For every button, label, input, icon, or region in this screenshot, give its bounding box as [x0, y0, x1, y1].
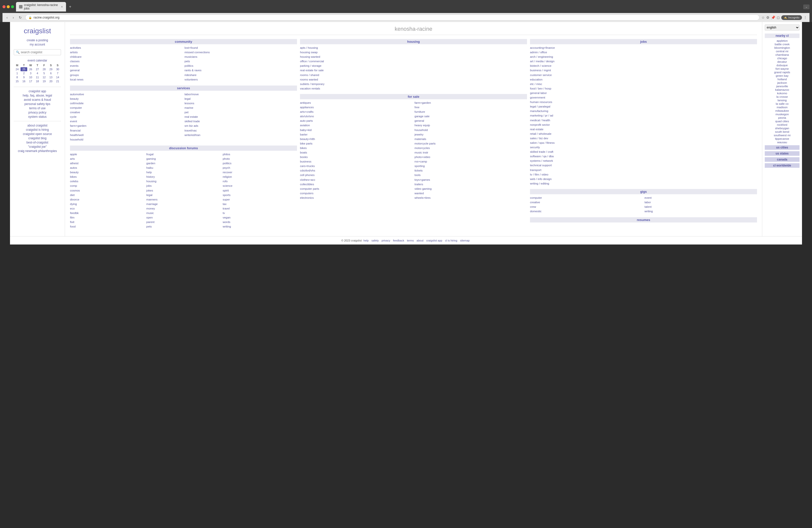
nearby-decatur[interactable]: decatur: [765, 60, 799, 63]
gigs-talent[interactable]: talent: [644, 205, 757, 209]
us-states-button[interactable]: us states: [765, 151, 799, 156]
forsale-photo[interactable]: photo+video: [415, 155, 527, 159]
nearby-south-bend[interactable]: south bend: [765, 130, 799, 133]
forsale-beauty[interactable]: beauty+hlth: [300, 137, 412, 141]
services-legal[interactable]: legal: [185, 97, 297, 101]
cal-day-15[interactable]: 15: [14, 79, 20, 83]
forsale-jewelry[interactable]: jewelry: [415, 132, 527, 136]
bookmark-icon[interactable]: ☆: [762, 15, 765, 19]
forsale-business[interactable]: business: [300, 160, 412, 163]
about-craigslist-link[interactable]: about craigslist: [14, 124, 61, 127]
cal-day-27[interactable]: 27: [34, 67, 41, 71]
personal-safety-link[interactable]: personal safety tips: [14, 102, 61, 106]
cal-day-19[interactable]: 19: [41, 79, 47, 83]
forum-sports[interactable]: sports: [223, 193, 297, 197]
forsale-wheels[interactable]: wheels+tires: [415, 196, 527, 200]
jobs-sales[interactable]: sales / biz dev: [530, 136, 757, 140]
forsale-general[interactable]: general: [415, 119, 527, 123]
cal-day-7[interactable]: 7: [54, 71, 61, 75]
forum-housing[interactable]: housing: [146, 179, 220, 183]
forward-button[interactable]: ›: [11, 15, 15, 20]
nearby-central-mi[interactable]: central mi: [765, 50, 799, 53]
community-activities[interactable]: activities: [70, 46, 183, 50]
housing-parking[interactable]: parking / storage: [300, 64, 527, 68]
gigs-event[interactable]: event: [644, 196, 757, 200]
gigs-writing[interactable]: writing: [644, 209, 757, 213]
jobs-art[interactable]: art / media / design: [530, 59, 757, 63]
gigs-labor[interactable]: labor: [644, 200, 757, 204]
jobs-biotech[interactable]: biotech / science: [530, 64, 757, 68]
nearby-rockford[interactable]: rockford: [765, 123, 799, 126]
nearby-kokomo[interactable]: kokomo: [765, 92, 799, 95]
help-faq-link[interactable]: help, faq, abuse, legal: [14, 94, 61, 97]
cal-day-2[interactable]: 2: [20, 71, 27, 75]
jobs-government[interactable]: government: [530, 96, 757, 100]
forum-diet[interactable]: diet: [70, 193, 144, 197]
jobs-software[interactable]: software / qa / dba: [530, 154, 757, 158]
cal-day-28[interactable]: 28: [41, 67, 47, 71]
profile-icon[interactable]: ◻: [777, 15, 780, 19]
nearby-wausau[interactable]: wausau: [765, 141, 799, 144]
forum-beauty[interactable]: beauty: [70, 170, 144, 174]
language-select[interactable]: english español français deutsch italian…: [765, 25, 799, 30]
jobs-transport[interactable]: transport: [530, 168, 757, 172]
community-pets[interactable]: pets: [185, 59, 297, 63]
search-box[interactable]: 🔍: [14, 49, 61, 55]
forsale-cds[interactable]: cds/dvd/vhs: [300, 168, 412, 173]
forum-legal[interactable]: legal: [146, 193, 220, 197]
cal-day-18[interactable]: 18: [34, 79, 41, 83]
forum-apple[interactable]: apple: [70, 152, 144, 156]
services-automotive[interactable]: automotive: [70, 92, 183, 96]
forsale-clothes[interactable]: clothes+acc: [300, 178, 412, 182]
forum-food[interactable]: food: [70, 224, 144, 229]
forsale-garage[interactable]: garage sale: [415, 114, 527, 118]
nearby-milwaukee[interactable]: milwaukee: [765, 109, 799, 112]
jobs-business[interactable]: business / mgmt: [530, 68, 757, 72]
craigslist-joe-link[interactable]: "craigslist joe": [14, 145, 61, 148]
forum-dying[interactable]: dying: [70, 202, 144, 206]
forum-divorce[interactable]: divorce: [70, 197, 144, 202]
community-lost-found[interactable]: lost+found: [185, 46, 297, 50]
forum-politics[interactable]: politics: [223, 161, 297, 165]
community-groups[interactable]: groups: [70, 73, 183, 77]
forsale-rvs[interactable]: rvs+camp: [415, 160, 527, 163]
nearby-janesville[interactable]: janesville: [765, 85, 799, 88]
forsale-atv[interactable]: atv/utv/sno: [300, 114, 412, 118]
nearby-green-bay[interactable]: green bay: [765, 74, 799, 77]
jobs-customer[interactable]: customer service: [530, 73, 757, 77]
services-skilled[interactable]: skilled trade: [185, 119, 297, 123]
jobs-arch[interactable]: arch / engineering: [530, 55, 757, 59]
nearby-dubuque[interactable]: dubuque: [765, 64, 799, 67]
jobs-technical[interactable]: technical support: [530, 163, 757, 167]
forsale-auto-parts[interactable]: auto parts: [300, 119, 412, 123]
forum-fixit[interactable]: fixit: [70, 220, 144, 224]
community-artists[interactable]: artists: [70, 50, 183, 54]
community-rants[interactable]: rants & raves: [185, 68, 297, 72]
forum-jobs[interactable]: jobs: [146, 184, 220, 188]
forsale-motorcycles[interactable]: motorcycles: [415, 146, 527, 150]
window-menu-button[interactable]: ⌄: [803, 4, 810, 9]
community-politics[interactable]: politics: [185, 64, 297, 68]
forum-arts[interactable]: arts: [70, 157, 144, 161]
craigslist-app-link[interactable]: craigslist app: [14, 89, 61, 93]
forum-garden[interactable]: garden: [146, 161, 220, 165]
avoid-scams-link[interactable]: avoid scams & fraud: [14, 98, 61, 102]
footer-safety[interactable]: safety: [372, 239, 379, 242]
craigslist-hiring-link[interactable]: craigslist is hiring: [14, 128, 61, 132]
cal-day-3[interactable]: 3: [27, 71, 34, 75]
forsale-barter[interactable]: barter: [300, 132, 412, 136]
services-realestate[interactable]: real estate: [185, 115, 297, 119]
system-status-link[interactable]: system status: [14, 115, 61, 118]
forum-tv[interactable]: tv: [223, 211, 297, 215]
forum-words[interactable]: words: [223, 220, 297, 224]
community-classes[interactable]: classes: [70, 59, 183, 63]
forsale-free[interactable]: free: [415, 105, 527, 109]
services-cycle[interactable]: cycle: [70, 115, 183, 119]
housing-wanted[interactable]: housing wanted: [300, 55, 527, 59]
services-labor[interactable]: labor/move: [185, 92, 297, 96]
minimize-button[interactable]: [7, 5, 10, 8]
jobs-medical[interactable]: medical / health: [530, 118, 757, 122]
forum-comp[interactable]: comp: [70, 184, 144, 188]
forum-cosmos[interactable]: cosmos: [70, 189, 144, 192]
services-write[interactable]: write/ed/tran: [185, 133, 297, 137]
